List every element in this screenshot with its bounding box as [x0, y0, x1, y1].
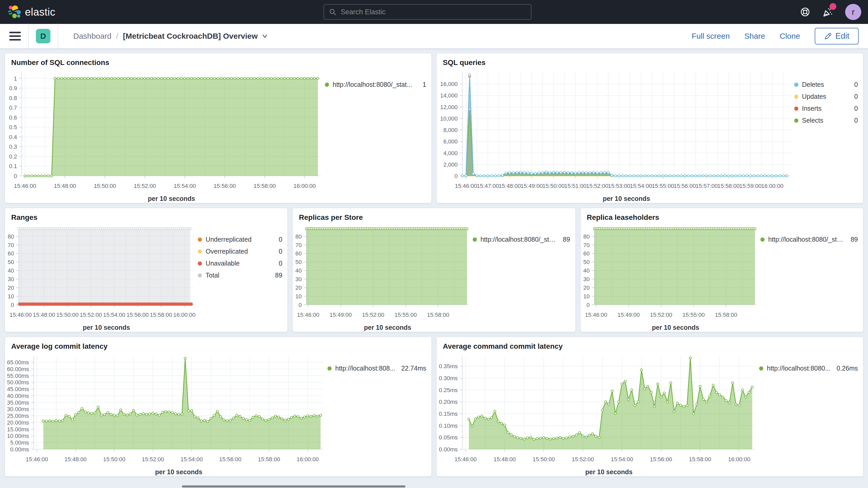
- svg-text:16:00:00: 16:00:00: [761, 183, 783, 189]
- full-screen-button[interactable]: Full screen: [691, 32, 730, 40]
- svg-text:0.9: 0.9: [9, 85, 17, 91]
- clone-button[interactable]: Clone: [780, 32, 800, 40]
- dashboard-badge[interactable]: D: [36, 29, 51, 43]
- svg-text:per 10 seconds: per 10 seconds: [364, 324, 411, 331]
- svg-text:4,000: 4,000: [443, 150, 458, 156]
- svg-text:70: 70: [583, 242, 589, 248]
- legend-item[interactable]: Overreplicated0: [198, 248, 282, 255]
- legend-item[interactable]: Unavailable0: [198, 260, 282, 267]
- svg-text:15:54:00: 15:54:00: [630, 183, 652, 189]
- chart-sql-connections[interactable]: 10.90.80.70.60.50.40.30.20.1015:46:0015:…: [5, 68, 325, 203]
- svg-text:15:48:00: 15:48:00: [54, 183, 76, 189]
- menu-icon[interactable]: [9, 32, 21, 40]
- legend-item[interactable]: Total89: [198, 272, 282, 279]
- legend-item[interactable]: http://localhost:8080/_sta...89: [473, 236, 570, 243]
- legend-series-label: http://localhost:8080/_sta...: [768, 236, 845, 243]
- panel-title: Replica leaseholders: [581, 208, 863, 223]
- svg-text:15:50:00: 15:50:00: [56, 311, 79, 318]
- svg-text:30.00ms: 30.00ms: [7, 406, 29, 413]
- search-icon: [329, 8, 337, 16]
- svg-text:per 10 seconds: per 10 seconds: [155, 468, 203, 476]
- share-button[interactable]: Share: [744, 32, 765, 40]
- legend-series-value: 1: [417, 81, 426, 88]
- legend-series-dot: [761, 238, 765, 242]
- legend-item[interactable]: Updates0: [794, 93, 858, 100]
- svg-text:0.4: 0.4: [9, 134, 17, 140]
- newsfeed-icon[interactable]: [822, 6, 834, 18]
- legend-item[interactable]: Selects0: [794, 117, 858, 124]
- svg-text:15:58:00: 15:58:00: [253, 183, 276, 189]
- legend-item[interactable]: http://localhost:8080...0.26ms: [759, 365, 858, 372]
- svg-text:10: 10: [296, 293, 302, 300]
- breadcrumb-dashboard-link[interactable]: Dashboard: [73, 32, 112, 40]
- chart-sql-queries[interactable]: 16,00014,00012,00010,0008,0006,0004,0002…: [437, 68, 794, 203]
- legend-series-label: http://localhost:808...: [335, 365, 395, 372]
- legend-item[interactable]: Underreplicated0: [198, 236, 282, 243]
- svg-text:15:51:00: 15:51:00: [564, 183, 587, 189]
- legend-item[interactable]: http://localhost:808...22.74ms: [328, 365, 426, 372]
- svg-text:8,000: 8,000: [443, 127, 458, 133]
- elastic-logo-icon: [7, 5, 21, 19]
- legend-series-dot: [328, 366, 332, 370]
- svg-text:15:54:00: 15:54:00: [611, 456, 633, 462]
- svg-text:0.3: 0.3: [9, 144, 17, 150]
- svg-text:5.00ms: 5.00ms: [10, 439, 29, 446]
- notification-dot: [830, 3, 836, 10]
- avatar-initial: r: [852, 7, 855, 17]
- dashboard-grid: Number of SQL connections 10.90.80.70.60…: [0, 49, 868, 481]
- svg-text:0: 0: [586, 302, 589, 308]
- svg-text:1: 1: [14, 75, 17, 82]
- svg-text:16:00:00: 16:00:00: [297, 456, 319, 462]
- svg-text:16,000: 16,000: [440, 81, 458, 87]
- legend-series-value: 0: [848, 117, 858, 124]
- svg-text:10.00ms: 10.00ms: [7, 433, 29, 439]
- edit-button[interactable]: Edit: [815, 28, 859, 44]
- svg-text:60.00ms: 60.00ms: [7, 366, 29, 372]
- chart-command-commit-latency[interactable]: 0.35ms0.30ms0.25ms0.20ms0.15ms0.10ms0.05…: [437, 352, 759, 476]
- legend-item[interactable]: Deletes0: [794, 81, 858, 88]
- horizontal-scrollbar-thumb[interactable]: [182, 485, 405, 487]
- svg-text:40: 40: [296, 267, 302, 274]
- legend-series-label: Deletes: [802, 81, 824, 88]
- chart-ranges[interactable]: 8070605040302010015:46:0015:48:0015:50:0…: [5, 223, 198, 332]
- dashboard-nav-bar: D Dashboard / [Metricbeat CockroachDB] O…: [0, 24, 868, 49]
- chart-legend: http://localhost:8080/_stat...1: [325, 68, 431, 203]
- svg-text:16:00:00: 16:00:00: [293, 183, 316, 189]
- panel-log-commit-latency: Average log commit latency 65.00ms60.00m…: [5, 337, 432, 477]
- legend-item[interactable]: Inserts0: [794, 105, 858, 112]
- elastic-brand[interactable]: elastic: [7, 5, 55, 19]
- svg-text:60: 60: [8, 250, 14, 257]
- legend-item[interactable]: http://localhost:8080/_stat...1: [325, 81, 426, 88]
- svg-text:15:49:00: 15:49:00: [330, 311, 352, 318]
- svg-text:per 10 seconds: per 10 seconds: [148, 195, 195, 202]
- breadcrumb: Dashboard / [Metricbeat CockroachDB] Ove…: [73, 32, 268, 40]
- svg-text:50: 50: [8, 259, 14, 265]
- svg-text:15:55:00: 15:55:00: [652, 183, 674, 189]
- svg-text:40: 40: [583, 267, 589, 274]
- svg-text:25.00ms: 25.00ms: [7, 413, 29, 419]
- chart-replicas-per-store[interactable]: 8070605040302010015:46:0015:49:0015:52:0…: [292, 223, 472, 332]
- chart-legend: Underreplicated0Overreplicated0Unavailab…: [198, 223, 287, 332]
- user-avatar[interactable]: r: [845, 4, 861, 20]
- svg-text:15:55:00: 15:55:00: [682, 311, 705, 318]
- global-search[interactable]: [323, 4, 531, 20]
- chart-log-commit-latency[interactable]: 65.00ms60.00ms55.00ms50.00ms45.00ms40.00…: [5, 352, 328, 476]
- svg-text:80: 80: [296, 233, 302, 240]
- panel-title: Number of SQL connections: [5, 53, 431, 68]
- svg-text:10,000: 10,000: [440, 115, 458, 122]
- svg-text:15:50:00: 15:50:00: [94, 183, 116, 189]
- svg-text:0.10ms: 0.10ms: [439, 423, 458, 429]
- svg-text:30: 30: [296, 276, 302, 282]
- svg-text:15:46:00: 15:46:00: [455, 456, 477, 462]
- chart-legend: http://localhost:8080...0.26ms: [759, 352, 863, 476]
- svg-text:15:46:00: 15:46:00: [297, 311, 319, 318]
- help-icon[interactable]: [799, 6, 811, 18]
- chart-replica-leaseholders[interactable]: 8070605040302010015:46:0015:49:0015:52:0…: [581, 223, 761, 332]
- svg-text:0.05ms: 0.05ms: [439, 434, 458, 441]
- search-input[interactable]: [340, 8, 526, 17]
- svg-text:15:52:00: 15:52:00: [362, 311, 384, 318]
- legend-item[interactable]: http://localhost:8080/_sta...89: [761, 236, 858, 243]
- dashboard-title-menu[interactable]: [Metricbeat CockroachDB] Overview: [123, 32, 268, 40]
- legend-series-dot: [794, 106, 798, 111]
- panel-sql-queries: SQL queries 16,00014,00012,00010,0008,00…: [436, 53, 863, 203]
